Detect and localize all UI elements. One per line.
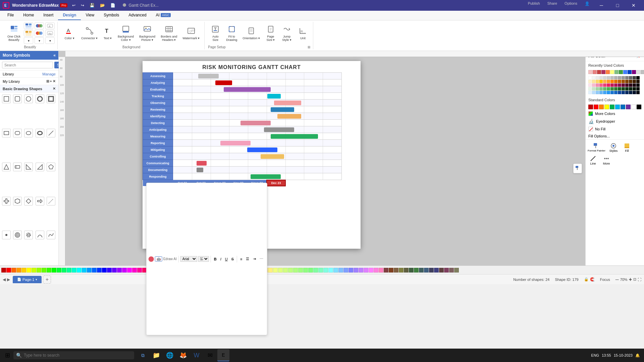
gradient-color-swatch[interactable]	[596, 83, 599, 87]
palette-color-swatch[interactable]	[348, 268, 353, 273]
palette-color-swatch[interactable]	[328, 268, 333, 273]
palette-color-swatch[interactable]	[323, 268, 328, 273]
basic-shapes-header[interactable]: Basic Drawing Shapes ✕	[0, 85, 58, 93]
shape-triangle[interactable]	[2, 163, 11, 171]
gantt-row[interactable]: Tracking	[143, 93, 361, 100]
app-icon-5[interactable]: ✉	[204, 349, 216, 361]
gradient-color-swatch[interactable]	[625, 76, 629, 79]
line-btn[interactable]: Line	[587, 155, 599, 166]
palette-color-swatch[interactable]	[127, 268, 132, 273]
align-btn[interactable]: ≡	[239, 256, 244, 262]
gradient-color-swatch[interactable]	[629, 76, 632, 79]
gradient-color-swatch[interactable]	[596, 76, 599, 79]
notification-icon[interactable]: 🔔	[635, 353, 640, 358]
save-button[interactable]: 💾	[88, 2, 97, 8]
palette-color-swatch[interactable]	[107, 268, 112, 273]
gradient-color-swatch[interactable]	[614, 91, 618, 94]
styles-btn[interactable]: Styles	[607, 142, 620, 153]
gantt-row[interactable]: Observing	[143, 100, 361, 106]
gantt-row[interactable]: Reporting	[143, 140, 361, 146]
new-button[interactable]: 📄	[108, 2, 117, 8]
palette-color-swatch[interactable]	[11, 268, 16, 273]
palette-color-swatch[interactable]	[32, 268, 36, 273]
options-button[interactable]: Options	[561, 0, 581, 11]
shape-circle[interactable]	[24, 95, 33, 103]
beautify-more-2[interactable]: Aa	[45, 30, 55, 37]
gradient-color-swatch[interactable]	[599, 91, 603, 94]
gantt-bar[interactable]	[261, 154, 284, 159]
gradient-color-swatch[interactable]	[636, 83, 640, 87]
beautify-sub-2[interactable]	[24, 30, 33, 37]
shape-wave[interactable]	[47, 231, 55, 239]
library-close-icon[interactable]: ✕	[53, 79, 56, 83]
palette-color-swatch[interactable]	[117, 268, 122, 273]
palette-color-swatch[interactable]	[359, 268, 363, 273]
palette-color-swatch[interactable]	[97, 268, 102, 273]
shape-rect3[interactable]	[13, 163, 22, 171]
gantt-row[interactable]: Measuring	[143, 133, 361, 140]
palette-color-swatch[interactable]	[449, 268, 454, 273]
palette-color-swatch[interactable]	[21, 268, 26, 273]
palette-color-swatch[interactable]	[1, 268, 6, 273]
task-bar-cell[interactable]	[173, 126, 342, 133]
beautify-sub-3[interactable]: ▾	[24, 37, 33, 44]
gradient-color-swatch[interactable]	[636, 87, 640, 90]
zoom-in-btn[interactable]: +	[629, 277, 632, 283]
task-bar-cell[interactable]	[173, 79, 342, 86]
panel-collapse[interactable]: «	[53, 53, 56, 58]
gantt-row[interactable]: Reviewing	[143, 106, 361, 113]
recent-color-swatch[interactable]	[588, 70, 592, 74]
tab-view[interactable]: View	[81, 11, 99, 20]
page-tab-1[interactable]: 📄 Page-1 ▾	[13, 276, 42, 283]
task-bar-cell[interactable]	[173, 106, 342, 113]
gantt-bar[interactable]	[215, 80, 232, 85]
tab-file[interactable]: File	[3, 11, 18, 20]
gantt-bar[interactable]	[251, 174, 281, 179]
gradient-color-swatch[interactable]	[599, 83, 603, 87]
standard-color-swatch[interactable]	[626, 105, 631, 109]
shape-diamond[interactable]	[24, 197, 33, 205]
palette-color-swatch[interactable]	[62, 268, 66, 273]
shape-rounded2[interactable]	[13, 129, 22, 137]
palette-color-swatch[interactable]	[354, 268, 358, 273]
edraw-taskbar-icon[interactable]: E	[217, 349, 229, 361]
ai-btn[interactable]: 🤖	[155, 256, 162, 261]
gradient-color-swatch[interactable]	[636, 76, 640, 79]
gradient-color-swatch[interactable]	[633, 87, 636, 90]
close-button[interactable]: ✕	[626, 0, 641, 11]
gantt-bar[interactable]	[267, 94, 281, 99]
palette-color-swatch[interactable]	[384, 268, 388, 273]
shape-rounded-rect[interactable]	[13, 95, 22, 103]
gradient-color-swatch[interactable]	[592, 80, 595, 83]
recent-color-swatch[interactable]	[623, 70, 627, 74]
shape-square-thick[interactable]	[47, 95, 55, 103]
palette-color-swatch[interactable]	[268, 268, 273, 273]
gradient-color-swatch[interactable]	[625, 83, 629, 87]
palette-color-swatch[interactable]	[419, 268, 424, 273]
gradient-color-swatch[interactable]	[622, 83, 625, 87]
palette-color-swatch[interactable]	[16, 268, 21, 273]
taskbar-search-input[interactable]	[24, 353, 131, 358]
gradient-color-swatch[interactable]	[610, 87, 614, 90]
zoom-out-btn[interactable]: ─	[615, 277, 619, 282]
list-btn[interactable]: ☰	[245, 256, 251, 262]
gradient-color-swatch[interactable]	[607, 80, 610, 83]
palette-color-swatch[interactable]	[283, 268, 288, 273]
eyedropper-option[interactable]: 🔬 Eyedropper	[586, 117, 644, 125]
background-picture-button[interactable]: BackgroundPicture ▾	[137, 22, 157, 45]
gradient-color-swatch[interactable]	[629, 83, 632, 87]
gantt-row[interactable]: Controlling	[143, 153, 361, 160]
gradient-color-swatch[interactable]	[603, 87, 606, 90]
recent-color-swatch[interactable]	[601, 70, 605, 74]
format-painter-btn[interactable]: Format Painter	[587, 142, 606, 153]
fill-options-option[interactable]: Fill Options...	[586, 133, 644, 139]
gantt-row[interactable]: Identifying	[143, 113, 361, 120]
search-input[interactable]	[2, 62, 53, 68]
gantt-row[interactable]: Evaluating	[143, 86, 361, 93]
gradient-color-swatch[interactable]	[633, 83, 636, 87]
recent-color-swatch[interactable]	[593, 70, 597, 74]
library-expand-icon[interactable]: ⊞	[46, 79, 49, 83]
recent-color-swatch[interactable]	[610, 70, 614, 74]
shape-curve[interactable]	[36, 231, 44, 239]
gantt-bar[interactable]	[277, 114, 301, 119]
